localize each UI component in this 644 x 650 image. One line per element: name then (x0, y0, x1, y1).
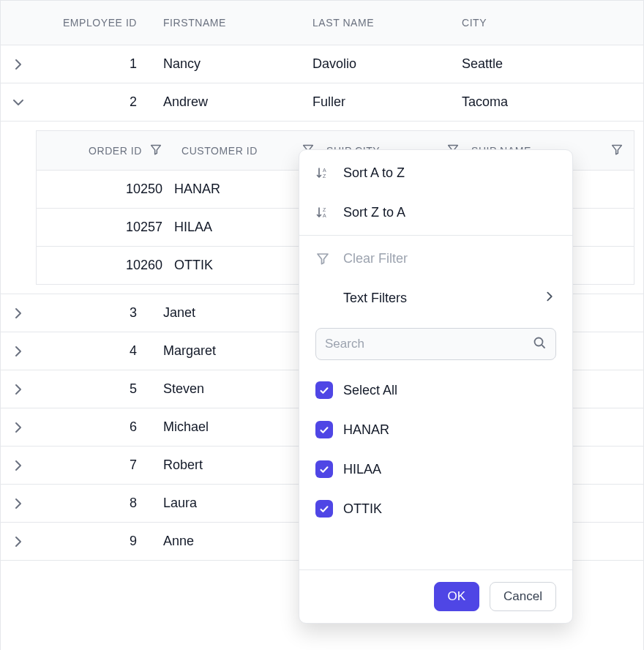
cell-last-name: Davolio (299, 56, 449, 72)
sort-az[interactable]: Sort A to Z (299, 153, 572, 193)
cell-employee-id: 5 (36, 381, 150, 397)
ok-button[interactable]: OK (434, 582, 480, 611)
sort-za[interactable]: Sort Z to A (299, 193, 572, 232)
cell-first-name: Laura (150, 496, 299, 511)
clear-filter-label: Clear Filter (343, 251, 408, 266)
table-row[interactable]: 2 Andrew Fuller Tacoma (1, 83, 643, 122)
filter-actions: OK Cancel (299, 569, 572, 623)
chevron-down-icon (11, 95, 26, 110)
cell-first-name: Janet (150, 305, 299, 321)
expand-toggle[interactable] (1, 408, 36, 447)
chevron-right-icon (11, 306, 26, 321)
expand-toggle[interactable] (1, 447, 36, 485)
cell-employee-id: 8 (36, 496, 150, 511)
cell-city: Seattle (449, 56, 643, 72)
check-option[interactable]: HILAA (315, 449, 556, 489)
cell-first-name: Robert (150, 457, 299, 473)
chevron-right-icon (11, 382, 26, 397)
expand-toggle[interactable] (1, 370, 36, 408)
cell-customer-id: HILAA (174, 220, 212, 235)
checkbox-checked-icon (315, 421, 333, 438)
chevron-right-icon (543, 290, 556, 307)
cell-employee-id: 7 (36, 457, 150, 473)
checkbox-checked-icon (315, 381, 333, 399)
filter-icon[interactable] (149, 143, 162, 159)
cell-last-name: Fuller (299, 94, 449, 110)
cell-order-id: 10260 (126, 258, 162, 273)
filter-icon (315, 251, 343, 266)
clear-filter: Clear Filter (299, 239, 572, 278)
col-header-order-id[interactable]: Order ID (89, 145, 142, 157)
cell-employee-id: 9 (36, 534, 150, 549)
col-header-city[interactable]: City (449, 17, 643, 29)
filter-menu: Sort A to Z Sort Z to A Clear Filter Tex… (299, 149, 573, 624)
cell-employee-id: 3 (36, 305, 150, 321)
filter-search[interactable] (315, 328, 556, 360)
cell-employee-id: 2 (36, 94, 150, 110)
expand-toggle[interactable] (1, 45, 36, 83)
cell-customer-id: HANAR (174, 182, 220, 197)
grid-header: Employee ID Firstname Last Name City (1, 0, 643, 45)
check-option[interactable]: HANAR (315, 410, 556, 449)
col-header-customer-id[interactable]: Customer ID (181, 145, 258, 157)
chevron-right-icon (11, 534, 26, 549)
cell-order-id: 10250 (126, 182, 162, 197)
cell-employee-id: 6 (36, 419, 150, 435)
expand-toggle[interactable] (1, 523, 36, 561)
expand-toggle[interactable] (1, 294, 36, 332)
cell-first-name: Andrew (150, 94, 299, 110)
chevron-right-icon (11, 344, 26, 359)
filter-checklist: Select All HANAR HILAA OTTIK (299, 365, 572, 540)
check-label: HILAA (343, 462, 381, 477)
chevron-right-icon (11, 458, 26, 473)
text-filters[interactable]: Text Filters (299, 278, 572, 318)
sort-az-icon (315, 165, 343, 180)
expand-toggle[interactable] (1, 83, 36, 122)
cell-order-id: 10257 (126, 220, 162, 235)
chevron-right-icon (11, 57, 26, 72)
cell-first-name: Margaret (150, 343, 299, 359)
cancel-button[interactable]: Cancel (490, 582, 556, 611)
chevron-right-icon (11, 496, 26, 511)
checkbox-checked-icon (315, 460, 333, 478)
check-label: OTTIK (343, 501, 382, 517)
sort-za-icon (315, 205, 343, 220)
sort-az-label: Sort A to Z (343, 165, 405, 181)
expand-toggle[interactable] (1, 332, 36, 370)
cell-employee-id: 1 (36, 56, 150, 72)
cell-first-name: Nancy (150, 56, 299, 72)
cell-first-name: Steven (150, 381, 299, 397)
search-input[interactable] (325, 337, 532, 351)
check-select-all[interactable]: Select All (315, 370, 556, 410)
check-label: Select All (343, 383, 397, 398)
cell-first-name: Michael (150, 419, 299, 435)
checkbox-checked-icon (315, 500, 333, 518)
col-header-employee-id[interactable]: Employee ID (36, 17, 150, 29)
col-header-last-name[interactable]: Last Name (299, 17, 449, 29)
cell-employee-id: 4 (36, 343, 150, 359)
expand-toggle[interactable] (1, 485, 36, 523)
search-icon (532, 335, 547, 353)
table-row[interactable]: 1 Nancy Davolio Seattle (1, 45, 643, 83)
check-label: HANAR (343, 422, 389, 438)
col-header-first-name[interactable]: Firstname (150, 17, 299, 29)
cell-city: Tacoma (449, 94, 643, 110)
text-filters-label: Text Filters (343, 291, 407, 306)
chevron-right-icon (11, 420, 26, 435)
cell-first-name: Anne (150, 534, 299, 549)
sort-za-label: Sort Z to A (343, 205, 405, 220)
filter-icon[interactable] (610, 143, 624, 159)
cell-customer-id: OTTIK (174, 258, 213, 273)
check-option[interactable]: OTTIK (315, 489, 556, 528)
